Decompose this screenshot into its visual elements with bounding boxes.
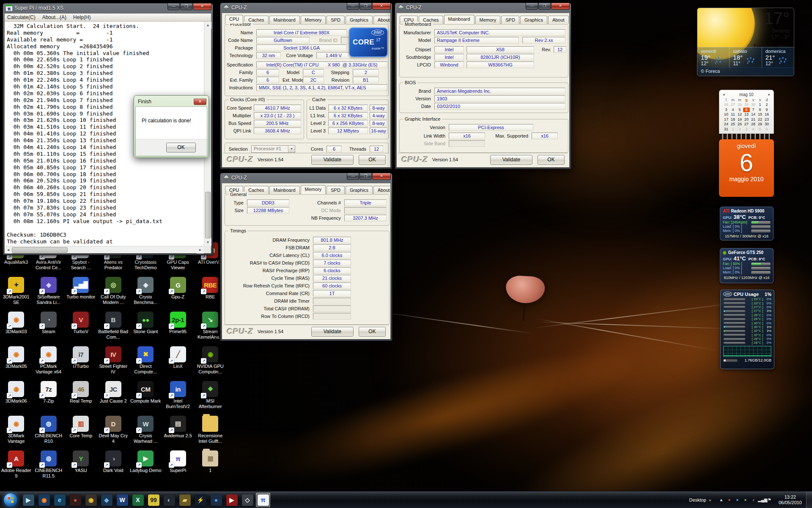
calendar-day-cell[interactable]: 4 bbox=[750, 127, 757, 132]
taskbar-app-button[interactable]: 99 bbox=[146, 493, 161, 507]
calendar-day-cell[interactable]: 24 bbox=[723, 122, 730, 127]
desktop-icon[interactable]: ◍ CINEBENCH R11.5 bbox=[33, 450, 65, 485]
start-button[interactable] bbox=[3, 493, 18, 507]
menu-item[interactable]: About...(A) bbox=[42, 14, 66, 20]
desktop-icon[interactable]: ◉ 3DMark06 bbox=[0, 381, 32, 416]
desktop-icon[interactable]: V TurboV bbox=[65, 312, 97, 346]
scroll-down-icon[interactable]: ▼ bbox=[204, 239, 211, 246]
ok-button[interactable]: OK bbox=[359, 327, 386, 337]
maximize-button[interactable]: ❐ bbox=[180, 3, 192, 10]
close-button[interactable]: ✕ bbox=[193, 3, 211, 10]
desktop-icon[interactable]: IV Street Fighter IV bbox=[97, 346, 129, 381]
calendar-day-cell[interactable]: 30 bbox=[750, 102, 757, 108]
desktop-icon[interactable]: ◉ 3DMark05 bbox=[0, 346, 32, 381]
weather-gadget[interactable]: 17° Sereno 17° - 9° Treviso, Ven. venerd… bbox=[697, 8, 794, 76]
maximize-button[interactable]: ❐ bbox=[359, 173, 372, 180]
tab[interactable]: SPD bbox=[326, 16, 345, 24]
processor-select[interactable]: Processor #1 ▼ bbox=[251, 145, 295, 153]
calendar-day-cell[interactable]: 6 bbox=[743, 108, 750, 113]
calendar-day-cell[interactable]: 16 bbox=[763, 112, 770, 117]
calendar-day-cell[interactable]: 27 bbox=[743, 122, 750, 127]
tab[interactable]: Memory bbox=[301, 185, 326, 194]
tray-icon[interactable]: ● bbox=[734, 497, 741, 502]
cpuz-titlebar[interactable]: CPU-Z — ❐ ✕ bbox=[220, 3, 392, 13]
desktop-icon[interactable]: ◔ Steam bbox=[33, 312, 65, 346]
calendar-day-cell[interactable]: 2 bbox=[736, 127, 743, 132]
validate-button[interactable]: Validate bbox=[311, 327, 354, 337]
taskbar-app-button[interactable]: ◆ bbox=[99, 493, 114, 507]
minimize-button[interactable]: — bbox=[347, 173, 359, 180]
taskbar-app-button[interactable]: ● bbox=[68, 493, 82, 507]
tray-icon[interactable]: ▲ bbox=[718, 497, 725, 502]
desktop-icon[interactable]: ❖ MSI Afterburner bbox=[194, 381, 226, 416]
desktop-icon[interactable]: ◉ NVIDIA GPU Computin... bbox=[194, 346, 226, 381]
taskbar-app-button[interactable]: ▶ bbox=[21, 493, 36, 507]
superpi-titlebar[interactable]: π Super PI / mod1.5 XS — ❐ ✕ bbox=[3, 3, 213, 13]
desktop-icon[interactable]: Y YASU bbox=[65, 450, 97, 485]
desktop-icon[interactable]: ✦ 3DMark2001 SE bbox=[0, 277, 32, 312]
menu-item[interactable]: Help(H) bbox=[73, 14, 91, 20]
cpuz-titlebar[interactable]: CPU-Z — ❐ ✕ bbox=[220, 173, 392, 183]
calendar-day-cell[interactable]: 1 bbox=[757, 102, 763, 108]
desktop-icon[interactable]: ▦ 1 bbox=[194, 450, 226, 485]
tab[interactable]: About bbox=[373, 186, 391, 194]
desktop-icon[interactable]: ◎ Call Of Duty Modern ... bbox=[97, 277, 129, 312]
calendar-day-cell[interactable]: 17 bbox=[723, 117, 730, 122]
calendar-day-cell[interactable]: 31 bbox=[723, 127, 730, 132]
calendar-day-cell[interactable]: 19 bbox=[736, 117, 743, 122]
tab[interactable]: Mainboard bbox=[269, 186, 300, 194]
calendar-day-cell[interactable]: 4 bbox=[730, 108, 736, 113]
calendar-day-cell[interactable]: 9 bbox=[763, 108, 770, 113]
calendar-day-cell[interactable]: 28 bbox=[736, 102, 743, 108]
tab[interactable]: Graphics bbox=[346, 16, 373, 24]
menu-item[interactable]: Calculate(C) bbox=[7, 14, 36, 20]
calendar-day-cell[interactable]: 30 bbox=[763, 122, 770, 127]
tab[interactable]: About bbox=[373, 16, 391, 24]
desktop-icon[interactable]: ◆ SiSoftware Sandra Li... bbox=[33, 277, 65, 312]
desktop-icon[interactable]: ✖ Direct Compute... bbox=[129, 346, 162, 381]
desktop-icon[interactable]: ▂▅█ Turbo monitor bbox=[65, 277, 97, 312]
taskbar-app-button[interactable]: W bbox=[115, 493, 129, 507]
desktop-icon[interactable]: π SuperPi bbox=[162, 450, 194, 485]
calendar-day-cell[interactable]: 3 bbox=[723, 108, 730, 113]
calendar-day-cell[interactable]: 8 bbox=[757, 108, 763, 113]
calendar-day-cell[interactable]: 11 bbox=[730, 112, 736, 117]
desktop-icon[interactable]: JC Just Cause 2 bbox=[97, 381, 129, 416]
calendar-next-icon[interactable]: ► bbox=[765, 93, 771, 97]
scrollbar-thumb[interactable] bbox=[12, 247, 68, 253]
tab[interactable]: SPD bbox=[326, 186, 345, 194]
maximize-button[interactable]: ❐ bbox=[538, 3, 551, 10]
finish-dialog-titlebar[interactable]: Finish ✕ bbox=[135, 97, 207, 106]
tab[interactable]: Mainboard bbox=[269, 16, 300, 24]
calendar-day-cell[interactable]: 21 bbox=[750, 117, 757, 122]
desktop-icon[interactable]: 2p-1 Prime95 bbox=[162, 312, 194, 346]
desktop-toolbar[interactable]: Desktop » bbox=[689, 497, 711, 502]
desktop-icon[interactable]: ◉ 3DMark Vantage bbox=[0, 416, 32, 450]
calendar-day-cell[interactable]: 12 bbox=[736, 112, 743, 117]
calendar-day-cell[interactable]: 5 bbox=[736, 108, 743, 113]
calendar-prev-icon[interactable]: ◄ bbox=[722, 93, 728, 97]
cpuz-titlebar[interactable]: CPU-Z — ❐ ✕ bbox=[395, 3, 571, 13]
tab[interactable]: Graphics bbox=[346, 186, 373, 194]
calendar-day-cell[interactable]: 26 bbox=[723, 102, 730, 108]
taskbar-app-button[interactable]: ◇ bbox=[240, 493, 255, 507]
tab[interactable]: About bbox=[548, 16, 569, 24]
desktop-icon[interactable]: ◉ 3DMark03 bbox=[0, 312, 32, 346]
calendar-day-cell[interactable]: 28 bbox=[750, 122, 757, 127]
cpu-usage-gadget[interactable]: intel CPU Usage 1% [ 33°C ] 0% [ 33°C ] … bbox=[720, 290, 774, 369]
desktop-icon[interactable]: W Crysis Warhead ... bbox=[129, 416, 162, 450]
calendar-day-cell[interactable]: 26 bbox=[736, 122, 743, 127]
ok-button[interactable]: OK bbox=[166, 143, 196, 152]
close-button[interactable]: ✕ bbox=[372, 173, 391, 180]
tab[interactable]: SPD bbox=[501, 16, 519, 24]
calendar-day-cell[interactable]: 20 bbox=[743, 117, 750, 122]
close-button[interactable]: ✕ bbox=[194, 99, 206, 105]
taskbar-app-button[interactable]: π bbox=[256, 493, 270, 507]
desktop-icon[interactable]: ╱ LinX bbox=[162, 346, 194, 381]
calendar-day-cell[interactable]: 14 bbox=[750, 112, 757, 117]
taskbar-app-button[interactable]: ◉ bbox=[37, 493, 51, 507]
ok-button[interactable]: OK bbox=[538, 155, 565, 165]
desktop-icon[interactable]: A Adobe Reader 9 bbox=[0, 450, 32, 485]
taskbar-app-button[interactable]: ⚡ bbox=[193, 493, 208, 507]
minimize-button[interactable]: — bbox=[347, 3, 359, 10]
